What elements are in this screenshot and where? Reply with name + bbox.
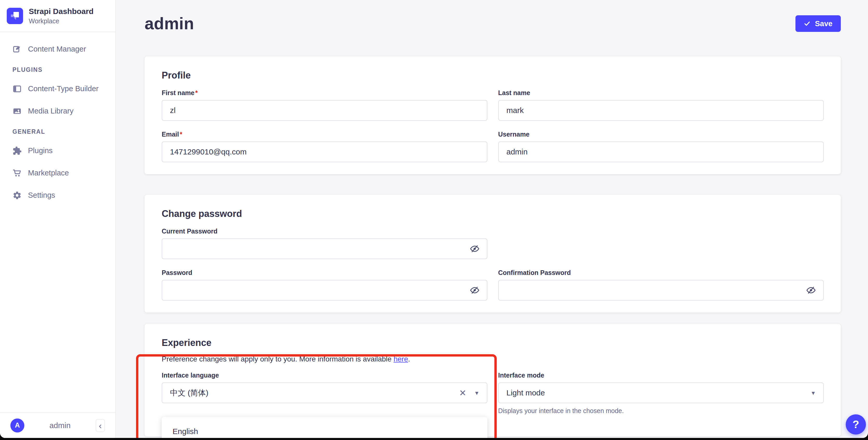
sidebar-item-plugins[interactable]: Plugins [0, 143, 115, 159]
avatar: A [10, 418, 24, 433]
chevron-down-icon[interactable]: ▼ [810, 390, 816, 396]
chevron-down-icon[interactable]: ▼ [474, 390, 479, 396]
sidebar-nav: Content Manager PLUGINS Content-Type Bui… [0, 32, 115, 412]
toggle-password-visibility-button[interactable] [806, 285, 816, 296]
sidebar-item-marketplace[interactable]: Marketplace [0, 165, 115, 181]
interface-language-value: 中文 (简体) [170, 388, 208, 398]
experience-card: Experience Preference changes will apply… [145, 324, 841, 436]
brand: Strapi Dashboard Workplace [0, 0, 115, 32]
toggle-password-visibility-button[interactable] [469, 285, 480, 296]
confirm-password-label: Confirmation Password [498, 269, 824, 277]
last-name-field-group: Last name [498, 89, 824, 121]
first-name-label: First name* [162, 89, 487, 97]
sidebar-item-label: Media Library [28, 107, 73, 115]
spacer [498, 227, 824, 259]
interface-language-dropdown: English 中文 (简体) [162, 417, 487, 438]
sidebar-collapse-button[interactable]: ‹ [96, 419, 105, 432]
last-name-input[interactable] [498, 100, 824, 121]
chevron-left-icon: ‹ [99, 421, 101, 430]
language-option-english[interactable]: English [162, 421, 487, 438]
username-input[interactable] [498, 142, 824, 162]
first-name-field-group: First name* [162, 89, 487, 121]
layout-columns-icon [12, 84, 22, 94]
interface-language-select[interactable]: 中文 (简体) ✕ ▼ [162, 382, 487, 403]
brand-title: Strapi Dashboard [29, 7, 94, 16]
section-label: PLUGINS [0, 66, 115, 73]
pen-square-icon [12, 44, 22, 54]
strapi-logo-icon [7, 8, 23, 24]
puzzle-icon [12, 146, 22, 155]
change-password-heading: Change password [162, 208, 824, 219]
image-icon [12, 106, 22, 116]
email-input[interactable] [162, 142, 487, 162]
experience-heading: Experience [162, 337, 824, 348]
username-field-group: Username [498, 131, 824, 162]
sidebar-item-content-manager[interactable]: Content Manager [0, 41, 115, 58]
clear-icon[interactable]: ✕ [459, 389, 466, 397]
eye-slash-icon [469, 285, 480, 295]
save-button-label: Save [815, 20, 833, 28]
sidebar-item-label: Marketplace [28, 169, 69, 177]
toggle-password-visibility-button[interactable] [469, 243, 480, 254]
current-password-label: Current Password [162, 227, 487, 235]
check-icon [804, 20, 810, 27]
interface-mode-select[interactable]: Light mode ▼ [498, 382, 824, 403]
sidebar-item-settings[interactable]: Settings [0, 187, 115, 204]
change-password-card: Change password Current Password [145, 195, 841, 313]
sidebar-item-label: Plugins [28, 147, 53, 155]
sidebar-item-media-library[interactable]: Media Library [0, 103, 115, 120]
interface-language-field-group: Interface language 中文 (简体) ✕ ▼ English 中… [162, 372, 487, 415]
current-password-input[interactable] [162, 239, 487, 259]
main-content: admin Save Profile First name* Last name [116, 0, 868, 438]
cart-icon [12, 168, 22, 178]
experience-description: Preference changes will apply only to yo… [162, 355, 824, 363]
eye-slash-icon [806, 285, 816, 295]
profile-heading: Profile [162, 70, 824, 81]
interface-mode-label: Interface mode [498, 372, 824, 379]
section-label: GENERAL [0, 128, 115, 135]
sidebar-item-label: Settings [28, 191, 55, 199]
save-button[interactable]: Save [796, 15, 841, 32]
profile-card: Profile First name* Last name Email* Use… [145, 57, 841, 174]
gear-icon [12, 191, 22, 200]
page-header: admin Save [145, 0, 841, 33]
interface-language-label: Interface language [162, 372, 487, 379]
interface-mode-hint: Displays your interface in the chosen mo… [498, 407, 824, 415]
sidebar-item-label: Content Manager [28, 45, 86, 53]
sidebar: Strapi Dashboard Workplace Content Manag… [0, 0, 116, 438]
sidebar-footer: A admin ‹ [0, 412, 115, 438]
brand-subtitle: Workplace [29, 18, 94, 25]
eye-slash-icon [469, 244, 480, 254]
more-info-link[interactable]: here [394, 355, 408, 363]
confirm-password-input[interactable] [498, 280, 824, 301]
email-label: Email* [162, 131, 487, 138]
interface-mode-field-group: Interface mode Light mode ▼ Displays you… [498, 372, 824, 415]
footer-username: admin [24, 421, 96, 430]
confirm-password-field-group: Confirmation Password [498, 269, 824, 301]
question-mark-icon: ? [852, 418, 859, 431]
sidebar-item-content-type-builder[interactable]: Content-Type Builder [0, 81, 115, 97]
new-password-field-group: Password [162, 269, 487, 301]
app-window: Strapi Dashboard Workplace Content Manag… [0, 0, 868, 438]
last-name-label: Last name [498, 89, 824, 97]
new-password-input[interactable] [162, 280, 487, 301]
required-marker: * [194, 89, 198, 96]
email-field-group: Email* [162, 131, 487, 162]
help-button[interactable]: ? [846, 414, 866, 435]
sidebar-section-plugins: PLUGINS Content-Type Builder [0, 66, 115, 120]
sidebar-section-general: GENERAL Plugins [0, 128, 115, 204]
interface-mode-value: Light mode [506, 388, 545, 397]
username-label: Username [498, 131, 824, 138]
sidebar-item-label: Content-Type Builder [28, 85, 98, 93]
new-password-label: Password [162, 269, 487, 277]
page-title: admin [145, 14, 194, 33]
first-name-input[interactable] [162, 100, 487, 121]
current-password-field-group: Current Password [162, 227, 487, 259]
required-marker: * [179, 131, 182, 138]
